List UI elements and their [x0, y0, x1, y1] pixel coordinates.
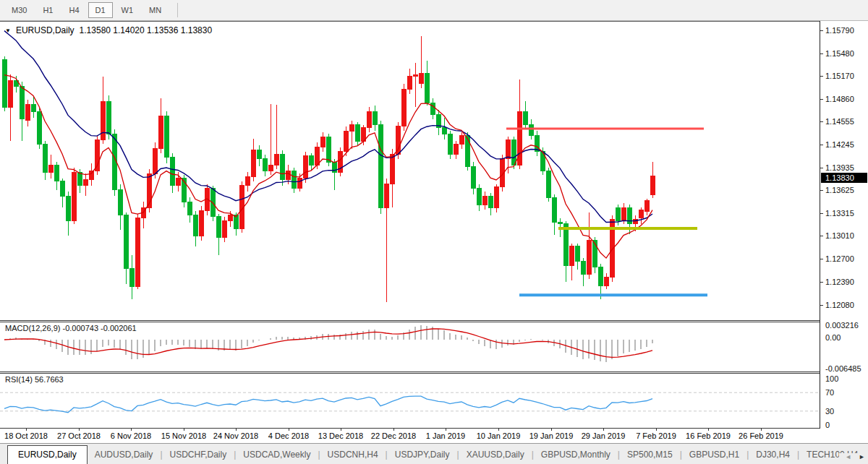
chart-tab-audusd[interactable]: AUDUSD,Daily	[88, 446, 161, 464]
axis-tick	[820, 121, 823, 122]
date-axis-label: 26 Feb 2019	[739, 431, 783, 440]
price-axis-label: 1.13935	[825, 163, 854, 172]
rsi-axis-label: 70	[825, 388, 834, 397]
rsi-axis-label: 100	[825, 374, 838, 383]
timeframe-toolbar: M30H1H4D1W1MN	[0, 0, 868, 21]
price-axis-label: 1.14555	[825, 117, 854, 126]
axis-tick	[820, 190, 823, 191]
axis-tick	[820, 145, 823, 145]
timeframe-button-m30[interactable]: M30	[4, 2, 34, 18]
price-axis-label: 1.12080	[825, 301, 854, 309]
timeframe-button-w1[interactable]: W1	[114, 2, 141, 18]
date-axis-label: 6 Nov 2018	[111, 431, 151, 440]
date-axis-label: 4 Dec 2018	[268, 431, 309, 440]
price-axis-label: 1.15170	[825, 72, 854, 80]
macd-axis-label: -0.006485	[825, 364, 861, 373]
timeframe-button-h1[interactable]: H1	[35, 2, 60, 18]
rsi-value: 56.7663	[35, 375, 64, 384]
date-axis-label: 1 Jan 2019	[426, 431, 465, 440]
chart-tab-sp500[interactable]: SP500,M15	[620, 446, 680, 464]
date-tick	[446, 429, 446, 431]
axis-tick	[820, 30, 823, 31]
chart-tab-bar: EURUSD,DailyAUDUSD,Daily|USDCHF,Daily|US…	[0, 443, 868, 464]
date-axis-label: 27 Oct 2018	[57, 431, 101, 440]
chart-ohlc-values: 1.13580 1.14020 1.13536 1.13830	[80, 25, 213, 35]
date-tick	[131, 429, 132, 431]
price-axis-label: 1.12390	[825, 278, 854, 286]
date-axis-label: 19 Jan 2019	[529, 431, 574, 440]
tab-scroll-buttons: ◄ ►	[839, 453, 865, 460]
date-tick	[498, 429, 499, 431]
date-axis[interactable]: 18 Oct 201827 Oct 20186 Nov 201815 Nov 2…	[0, 429, 868, 443]
price-axis-label: 1.15480	[825, 49, 854, 58]
macd-label: MACD(12,26,9) -0.000743 -0.002061	[5, 324, 137, 332]
chart-tab-xauusd[interactable]: XAUUSD,Daily	[459, 446, 532, 464]
current-price-badge: 1.13830	[821, 173, 867, 183]
axis-tick	[820, 53, 823, 54]
date-tick	[184, 429, 184, 431]
macd-axis-label: 0.003216	[825, 321, 859, 330]
axis-tick	[820, 282, 823, 283]
price-axis-label: 1.14245	[825, 140, 854, 149]
price-axis-label: 1.13625	[825, 186, 854, 194]
chevron-down-icon[interactable]: ▼	[5, 27, 11, 34]
price-axis-label: 1.15790	[825, 26, 854, 35]
toolbar-divider	[177, 3, 178, 17]
date-tick	[708, 429, 709, 431]
date-axis-label: 16 Feb 2019	[686, 431, 731, 440]
chart-tab-gbpusd[interactable]: GBPUSD,Monthly	[534, 446, 618, 464]
date-axis-label: 13 Dec 2018	[318, 431, 363, 440]
timeframe-button-d1[interactable]: D1	[88, 2, 113, 18]
date-tick	[236, 429, 237, 431]
date-axis-label: 10 Jan 2019	[477, 431, 521, 440]
axis-tick	[820, 99, 823, 100]
macd-axis-label: 0.00	[825, 333, 841, 342]
timeframe-button-mn[interactable]: MN	[142, 2, 169, 18]
axis-tick	[820, 259, 823, 259]
date-axis-label: 18 Oct 2018	[4, 431, 48, 440]
tab-scroll-left-icon[interactable]: ◄	[845, 453, 851, 460]
price-axis-label: 1.13010	[825, 231, 854, 240]
chart-symbol-label: EURUSD,Daily	[16, 25, 75, 35]
chart-tab-eurusd[interactable]: EURUSD,Daily	[7, 445, 88, 464]
tab-scroll-right-icon[interactable]: ►	[859, 453, 865, 460]
mt4-window: M30H1H4D1W1MN ▼ EURUSD,Daily 1.13580 1.1…	[0, 0, 868, 464]
axis-tick	[820, 213, 823, 214]
chart-tab-gbpusd[interactable]: GBPUSD,H1	[682, 446, 746, 464]
axis-tick	[820, 168, 823, 168]
rsi-label: RSI(14) 56.7663	[5, 375, 64, 384]
date-tick	[656, 429, 657, 431]
date-tick	[26, 429, 27, 431]
axis-tick	[820, 76, 823, 77]
date-tick	[393, 429, 394, 431]
date-tick	[603, 429, 604, 431]
date-axis-label: 7 Feb 2019	[636, 431, 676, 440]
date-axis-label: 22 Dec 2018	[371, 431, 416, 440]
rsi-axis-label: 30	[825, 407, 834, 416]
macd-values: -0.000743 -0.002061	[62, 324, 136, 332]
chart-tab-usdcnh[interactable]: USDCNH,H4	[320, 446, 386, 464]
date-tick	[79, 429, 80, 431]
date-axis-label: 24 Nov 2018	[213, 431, 258, 440]
date-tick	[289, 429, 289, 431]
chart-tab-usdchf[interactable]: USDCHF,Daily	[163, 446, 234, 464]
rsi-indicator-chart[interactable]	[0, 374, 820, 428]
date-axis-label: 29 Jan 2019	[582, 431, 626, 440]
chart-tab-dj30[interactable]: DJ30,H4	[749, 446, 797, 464]
date-tick	[551, 429, 552, 431]
candlestick-chart[interactable]	[0, 22, 820, 321]
timeframe-button-h4[interactable]: H4	[61, 2, 86, 18]
axis-tick	[820, 236, 823, 236]
axis-tick	[820, 305, 823, 306]
chart-tab-usdjpy[interactable]: USDJPY,Daily	[388, 446, 457, 464]
price-axis-label: 1.12700	[825, 254, 854, 263]
date-tick	[341, 429, 341, 431]
main-chart-pane[interactable]	[0, 21, 820, 320]
chart-tab-usdcad[interactable]: USDCAD,Weekly	[236, 446, 318, 464]
chart-title: ▼ EURUSD,Daily 1.13580 1.14020 1.13536 1…	[5, 25, 212, 35]
date-axis-label: 15 Nov 2018	[161, 431, 206, 440]
price-axis-label: 1.13315	[825, 209, 854, 218]
date-tick	[761, 429, 762, 431]
price-axis-label: 1.14860	[825, 95, 854, 103]
price-axis[interactable]: 1.157901.154801.151701.148601.145551.142…	[820, 21, 868, 429]
